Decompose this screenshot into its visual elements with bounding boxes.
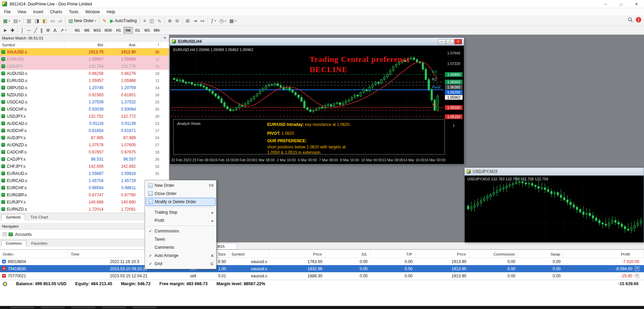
templates-button[interactable]: ▦▾ <box>228 17 238 25</box>
column-header-symbol[interactable]: Symbol <box>0 42 65 48</box>
arrows-tool-button[interactable]: ↗▾ <box>58 26 68 34</box>
profiles-button[interactable]: ▤▾ <box>12 17 22 25</box>
market-watch-row[interactable]: GBPUSD.s1.207451.2075914 <box>0 84 169 91</box>
market-watch-row[interactable]: AUDNZD.s1.075781.0760527 <box>0 141 169 148</box>
order-row[interactable]: ▼704198302023.03.10 09:20:15sell1.00xauu… <box>0 265 644 272</box>
market-watch-close-icon[interactable]: ✕ <box>162 35 167 40</box>
line-chart-button[interactable]: ∿ <box>156 17 163 25</box>
context-menu-item-new-order[interactable]: New OrderF9 <box>145 181 216 190</box>
data-window-button[interactable]: ◨ <box>33 17 41 25</box>
market-watch-row[interactable]: EURGBP.s0.877470.87760 <box>0 191 169 198</box>
column-header-[interactable]: ! <box>138 42 161 48</box>
chart-restore-button[interactable]: □ <box>446 39 454 44</box>
context-menu-item-comments[interactable]: Comments <box>145 243 216 251</box>
eurusd-window-titlebar[interactable]: EURUSD,H4 ─ □ ✕ <box>170 38 464 46</box>
context-menu-item-trailing-stop[interactable]: Trailing Stop▸ <box>145 208 216 216</box>
orders-column-header-tp[interactable]: T/P <box>370 251 415 258</box>
market-watch-row[interactable]: USDJPY.s132.752132.77220 <box>0 113 169 120</box>
minimize-button[interactable]: ─ <box>598 0 613 8</box>
navigator-item-accounts[interactable]: Accounts <box>15 232 32 237</box>
market-watch-row[interactable]: EURUSD.s1.059571.0596811 <box>0 77 169 84</box>
auto-scroll-button[interactable]: ⇥ <box>191 17 199 25</box>
chart-close-button[interactable]: ✕ <box>454 39 462 44</box>
tab-favorites[interactable]: Favorites <box>27 240 52 247</box>
market-watch-button[interactable]: ▥ <box>25 17 33 25</box>
terminal-button[interactable]: ▭ <box>49 17 57 25</box>
vertical-line-tool-button[interactable]: │ <box>19 26 26 34</box>
cursor-tool-button[interactable]: ➤ <box>1 26 9 34</box>
timeframe-d1[interactable]: D1 <box>133 27 142 34</box>
tile-windows-button[interactable]: ⊞ <box>184 17 192 25</box>
market-watch-row[interactable]: USDCHF.s0.930390.9306425 <box>0 105 169 113</box>
context-menu-item-close-order[interactable]: Close Order <box>145 190 216 198</box>
timeframe-m15[interactable]: M15 <box>92 27 102 34</box>
zoom-out-button[interactable]: ⊖ <box>174 17 181 25</box>
market-watch-row[interactable]: AUDCHF.s0.616540.6167117 <box>0 127 169 134</box>
market-watch-row[interactable]: EURCAD.s1.457041.45729 <box>0 177 169 184</box>
context-menu-item-grid[interactable]: ✓GridG <box>145 260 216 268</box>
chart-minimize-button[interactable]: ─ <box>438 39 446 44</box>
periods-button[interactable]: ◷▾ <box>218 17 228 25</box>
timeframe-h4[interactable]: H4 <box>124 27 133 34</box>
market-watch-row[interactable]: USDJPY132.754132.77016 <box>0 63 169 70</box>
menu-insert[interactable]: Insert <box>30 9 47 15</box>
market-watch-row[interactable]: XAUUSD.s1913.701913.9020 <box>0 48 169 55</box>
usdjpy-chart-area[interactable]: USDJPY,M15 132.783 132.799 132.708 132.7… <box>465 176 644 242</box>
zoom-in-button[interactable]: ⊕ <box>166 17 174 25</box>
column-header-bid[interactable]: Bid <box>65 42 106 48</box>
close-position-button[interactable]: ✕ <box>635 274 639 278</box>
fibonacci-tool-button[interactable]: Φ <box>45 26 52 34</box>
trendline-tool-button[interactable]: ╱ <box>32 26 38 34</box>
taskbar-item[interactable] <box>41 307 65 308</box>
close-button[interactable]: ✕ <box>629 0 644 8</box>
orders-column-header-sl[interactable]: S/L <box>325 251 370 258</box>
autotrading-button[interactable]: ▶AutoTrading <box>108 17 139 25</box>
taskbar-item[interactable] <box>133 307 157 308</box>
new-order-button[interactable]: ▤New Order▾ <box>67 17 98 25</box>
usdjpy-window-titlebar[interactable]: USDJPY,M15 <box>465 168 644 176</box>
taskbar-item[interactable] <box>71 307 95 308</box>
market-watch-row[interactable]: EURCHF.s0.985940.98611 <box>0 184 169 191</box>
tab-symbols[interactable]: Symbols <box>1 214 25 221</box>
metaeditor-button[interactable]: ✎ <box>101 17 108 25</box>
crosshair-tool-button[interactable]: ✚ <box>9 26 16 34</box>
text-tool-button[interactable]: A <box>52 26 58 34</box>
eurusd-chart-area[interactable]: EURUSD,H4 1.05896 1.05989 1.05862 1.0596… <box>170 46 464 164</box>
orders-column-header-order[interactable]: Order ▴ <box>0 251 68 258</box>
candlestick-chart-button[interactable]: ◫ <box>148 17 156 25</box>
indicators-button[interactable]: ƒ▾ <box>209 17 218 25</box>
horizontal-line-tool-button[interactable]: ─ <box>26 26 32 34</box>
column-header-ask[interactable]: Ask <box>106 42 138 48</box>
menu-help[interactable]: Help <box>103 9 118 15</box>
context-menu-item-commissions[interactable]: ✓Commissions <box>145 227 216 235</box>
menu-file[interactable]: File <box>1 9 14 15</box>
search-icon[interactable] <box>628 17 633 22</box>
market-watch-row[interactable]: EURUSD1.059571.0596811 <box>0 55 169 63</box>
orders-column-header-swap[interactable]: Swap <box>518 251 563 258</box>
tree-expander-icon[interactable]: + <box>3 232 6 236</box>
notification-badge[interactable]: 1 <box>636 17 641 22</box>
new-chart-button[interactable]: ▦▾ <box>1 17 12 25</box>
taskbar-item[interactable] <box>10 307 34 308</box>
menu-charts[interactable]: Charts <box>47 9 65 15</box>
close-position-button[interactable]: ✕ <box>635 266 639 271</box>
tab-common[interactable]: Common <box>1 240 26 247</box>
timeframe-m5[interactable]: M5 <box>82 27 92 34</box>
market-watch-row[interactable]: EURAUD.s1.598871.5991831 <box>0 170 169 177</box>
market-watch-row[interactable]: NZDUSD.s0.615830.6160118 <box>0 91 169 98</box>
orders-column-header-price[interactable]: Price <box>269 251 325 258</box>
maximize-button[interactable]: □ <box>613 0 629 8</box>
menu-tools[interactable]: Tools <box>66 9 82 15</box>
context-menu-item-auto-arrange[interactable]: ✓Auto ArrangeA <box>145 251 216 260</box>
menu-view[interactable]: View <box>14 9 30 15</box>
market-watch-row[interactable]: AUDCAD.s0.911160.9113923 <box>0 120 169 127</box>
market-watch-row[interactable]: AUDJPY.s87.96587.98924 <box>0 134 169 141</box>
timeframe-h1[interactable]: H1 <box>114 27 123 34</box>
market-watch-row[interactable]: CADJPY.s96.53196.55726 <box>0 156 169 163</box>
context-menu-item-modify-or-delete-order[interactable]: Modify or Delete Order <box>146 198 215 206</box>
navigator-button[interactable]: ◧ <box>41 17 49 25</box>
orders-column-header-symbol[interactable]: Symbol <box>229 251 269 258</box>
channel-tool-button[interactable]: ∥ <box>39 26 45 34</box>
market-watch-row[interactable]: CHFJPY.s142.659142.69233 <box>0 163 169 170</box>
market-watch-row[interactable]: EURJPY.s140.669140.690 <box>0 198 169 206</box>
